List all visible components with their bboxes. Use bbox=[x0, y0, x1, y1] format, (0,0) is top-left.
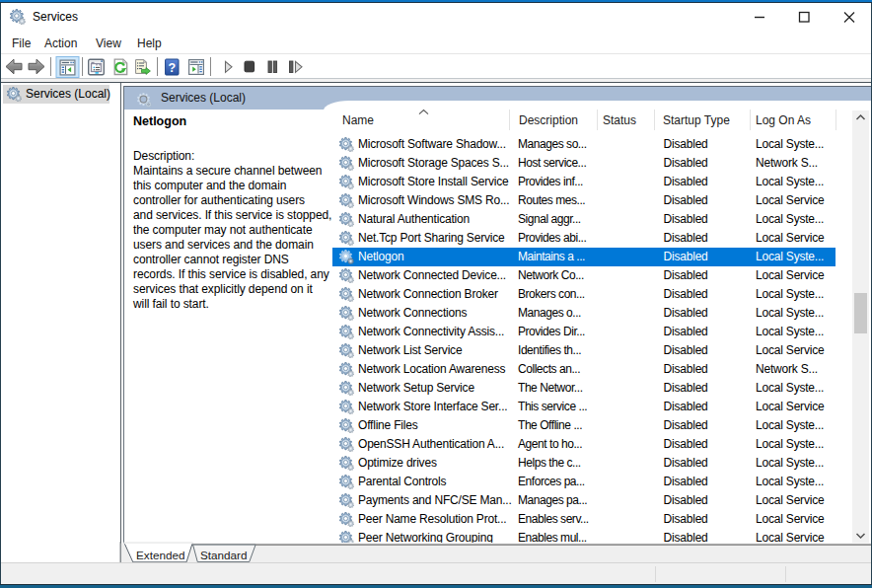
svg-text:?: ? bbox=[168, 61, 176, 75]
